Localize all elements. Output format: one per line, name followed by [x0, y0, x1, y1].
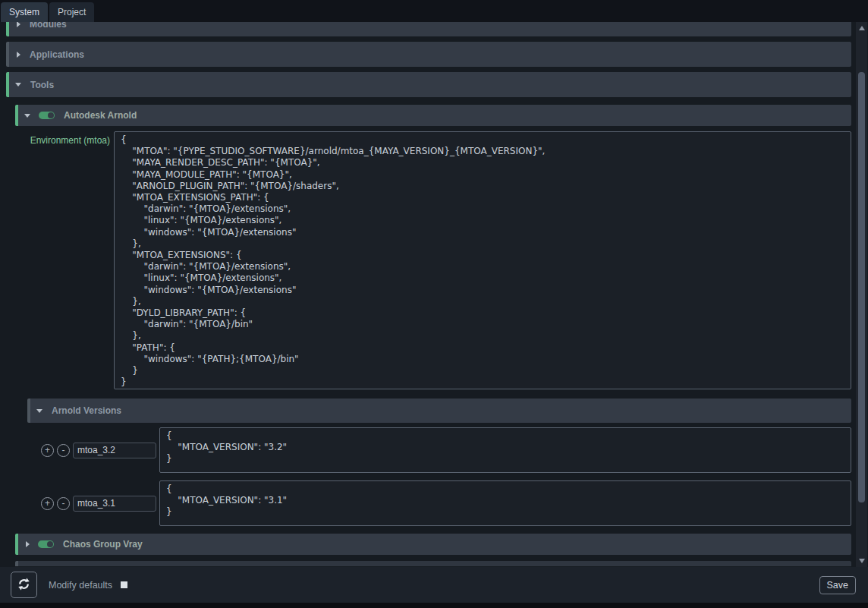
section-label: Chaos Group Vray — [63, 539, 143, 550]
section-label: Modules — [30, 22, 67, 30]
settings-scroll-area: Modules Applications Tools Autodesk Arno… — [0, 22, 856, 567]
version-row-controls: + - — [27, 480, 159, 526]
version-row: + - { "MTOA_VERSION": "3.1" } — [27, 480, 851, 526]
tools-section-body: Autodesk Arnold Environment (mtoa) { "MT… — [15, 105, 851, 555]
environment-mtoa-textarea[interactable]: { "MTOA": "{PYPE_STUDIO_SOFTWARE}/arnold… — [114, 131, 851, 389]
version-name-input[interactable] — [73, 443, 156, 458]
tab-bar: System Project — [0, 0, 868, 22]
add-version-button[interactable]: + — [41, 444, 54, 457]
version-value-textarea[interactable]: { "MTOA_VERSION": "3.2" } — [159, 427, 851, 473]
section-label: Applications — [30, 49, 84, 60]
settings-content: Modules Applications Tools Autodesk Arno… — [0, 22, 868, 567]
version-name-input[interactable] — [73, 496, 156, 512]
scrollbar-thumb[interactable] — [858, 72, 865, 502]
vertical-scrollbar[interactable] — [856, 22, 867, 567]
modify-defaults-checkbox[interactable] — [121, 581, 127, 588]
arnold-versions-section: Arnold Versions + - { "MTOA_VERSION": "3… — [27, 399, 851, 526]
vray-enabled-toggle[interactable] — [38, 540, 54, 548]
chevron-down-icon — [15, 83, 21, 87]
version-value-textarea[interactable]: { "MTOA_VERSION": "3.1" } — [159, 480, 851, 526]
environment-row: Environment (mtoa) { "MTOA": "{PYPE_STUD… — [15, 131, 851, 389]
section-header-chaos-group-vray[interactable]: Chaos Group Vray — [15, 534, 851, 555]
section-header-arnold-versions[interactable]: Arnold Versions — [27, 399, 851, 423]
version-row-controls: + - — [27, 427, 159, 473]
next-section-partial — [15, 561, 851, 566]
scroll-down-arrow-icon[interactable] — [856, 556, 867, 566]
tab-project[interactable]: Project — [49, 2, 94, 22]
section-label: Tools — [30, 80, 54, 90]
section-header-applications[interactable]: Applications — [6, 42, 851, 67]
environment-mtoa-label: Environment (mtoa) — [15, 131, 110, 389]
scroll-up-arrow-icon[interactable] — [856, 23, 867, 33]
modify-defaults-label: Modify defaults — [49, 580, 112, 591]
save-button[interactable]: Save — [819, 576, 857, 594]
chevron-right-icon — [26, 541, 30, 547]
window-bottom-edge — [0, 603, 868, 608]
refresh-button[interactable] — [11, 572, 37, 598]
section-label: Autodesk Arnold — [64, 110, 137, 121]
footer-bar: Modify defaults Save — [0, 567, 868, 608]
chevron-down-icon — [24, 114, 30, 118]
tab-system[interactable]: System — [1, 2, 48, 22]
chevron-right-icon — [17, 22, 20, 27]
refresh-icon — [17, 578, 30, 593]
settings-window: System Project Modules Applications Tool… — [0, 0, 868, 608]
chevron-down-icon — [36, 409, 42, 413]
section-label: Arnold Versions — [52, 405, 121, 416]
section-header-modules[interactable]: Modules — [6, 22, 851, 36]
section-header-autodesk-arnold[interactable]: Autodesk Arnold — [15, 105, 851, 126]
version-row: + - { "MTOA_VERSION": "3.2" } — [27, 427, 851, 473]
add-version-button[interactable]: + — [41, 497, 54, 510]
chevron-right-icon — [17, 52, 20, 58]
arnold-enabled-toggle[interactable] — [39, 112, 55, 119]
remove-version-button[interactable]: - — [57, 497, 70, 510]
remove-version-button[interactable]: - — [57, 444, 70, 457]
section-header-tools[interactable]: Tools — [6, 72, 851, 97]
